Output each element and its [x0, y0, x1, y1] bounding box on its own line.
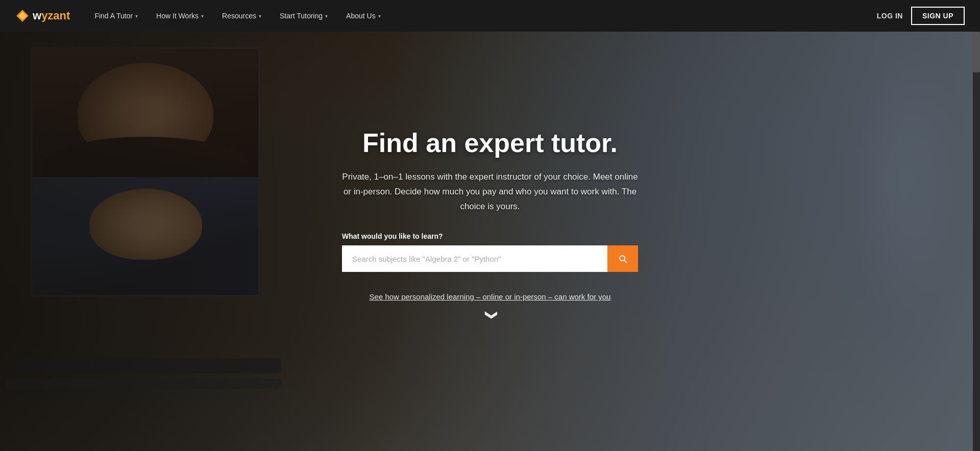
hero-title: Find an expert tutor.	[342, 129, 638, 158]
signup-button[interactable]: SIGN UP	[911, 7, 965, 25]
learn-more-link[interactable]: See how personalized learning – online o…	[342, 292, 638, 301]
search-label: What would you like to learn?	[342, 232, 638, 240]
search-input[interactable]	[342, 245, 607, 272]
hero-subtitle: Private, 1–on–1 lessons with the expert …	[342, 170, 638, 214]
chevron-down-icon: ▾	[259, 13, 261, 19]
logo-text: wyzant	[33, 9, 70, 22]
login-button[interactable]: LOG IN	[877, 12, 903, 20]
nav-find-a-tutor[interactable]: Find A Tutor ▾	[85, 0, 147, 32]
search-bar	[342, 245, 638, 272]
hero-content: Find an expert tutor. Private, 1–on–1 le…	[332, 118, 648, 333]
logo[interactable]: wyzant	[15, 9, 70, 23]
chevron-down-icon: ▾	[378, 13, 381, 19]
chevron-down-icon: ▾	[135, 13, 138, 19]
nav-resources[interactable]: Resources ▾	[213, 0, 271, 32]
navbar: wyzant Find A Tutor ▾ How It Works ▾ Res…	[0, 0, 980, 32]
nav-start-tutoring[interactable]: Start Tutoring ▾	[271, 0, 337, 32]
chevron-down-icon: ▾	[325, 13, 328, 19]
scrollbar[interactable]	[973, 32, 980, 451]
search-button[interactable]	[607, 245, 638, 272]
nav-links: Find A Tutor ▾ How It Works ▾ Resources …	[85, 0, 876, 32]
search-icon	[618, 254, 628, 264]
hero-section: Find an expert tutor. Private, 1–on–1 le…	[0, 0, 980, 451]
logo-icon	[15, 9, 30, 23]
nav-about-us[interactable]: About Us ▾	[337, 0, 390, 32]
scrollbar-thumb[interactable]	[973, 32, 980, 72]
nav-actions: LOG IN SIGN UP	[877, 7, 965, 25]
nav-how-it-works[interactable]: How It Works ▾	[147, 0, 213, 32]
chevron-down-icon: ▾	[201, 13, 204, 19]
scroll-down-chevron[interactable]: ❮	[483, 310, 497, 320]
